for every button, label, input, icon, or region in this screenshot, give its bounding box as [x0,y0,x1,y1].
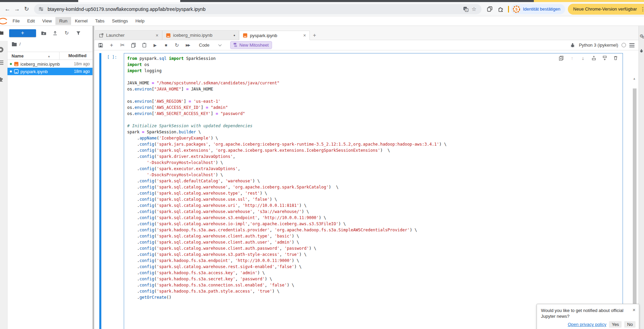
menu-tabs[interactable]: Tabs [91,17,108,25]
tab-label: Launcher [106,33,124,38]
activity-bar-background [0,41,7,329]
tab-label: pyspark.ipynb [250,33,277,38]
url-text[interactable]: btayeny-komldnd-up50179.snowflakecomputi… [48,6,462,12]
running-sessions-icon[interactable] [0,46,4,53]
new-launcher-button[interactable]: + [9,29,36,37]
forward-button[interactable]: → [12,4,22,14]
site-settings-icon[interactable] [37,5,45,13]
browser-menu-icon[interactable]: ⋮ [640,6,644,12]
bookmark-star-icon[interactable]: ☆ [470,5,478,13]
extensions-icon[interactable] [496,5,505,14]
notebook-file-icon [166,33,171,38]
tab-groups-icon[interactable] [485,5,494,14]
cut-cell-icon[interactable]: ✂ [119,42,125,48]
code-cell-editor[interactable]: from pyspark.sql import SparkSessionimpo… [124,53,623,329]
cell-collapser-bar[interactable] [99,53,101,329]
no-button[interactable]: No [624,321,635,328]
notebook-toolbar: + ✂ ▶ ■ ↻ ▶▶ Code New Mitosheet [94,40,639,50]
run-all-icon[interactable]: ▶▶ [185,42,191,48]
privacy-policy-link[interactable]: Open privacy policy [568,322,606,327]
yes-button[interactable]: Yes [609,321,622,328]
kernel-running-dot [10,70,12,72]
duplicate-cell-icon[interactable] [558,55,564,61]
refresh-icon[interactable]: ↻ [63,29,71,37]
copy-cell-icon[interactable] [130,42,136,48]
tab-close-icon[interactable]: × [303,33,306,38]
column-modified[interactable]: Modified [59,52,92,60]
insert-cell-below-icon[interactable] [602,55,608,61]
tab-iceberg-minio[interactable]: iceberg_minio.ipynb ● [162,30,239,40]
jupyter-main: + ↻ / Name ▲ Modified [0,26,644,329]
tab-close-icon[interactable]: × [156,33,158,38]
launcher-icon [99,33,104,38]
document-area: Launcher × iceberg_minio.ipynb ● pyspark… [94,26,639,329]
tab-label: iceberg_minio.ipynb [173,33,213,38]
notification-actions: Open privacy policy Yes No [568,321,635,328]
menu-file[interactable]: File [9,17,23,25]
property-inspector-icon[interactable]: ⚙⚙ [640,33,644,38]
move-cell-up-icon[interactable]: ↑ [569,55,575,61]
file-row-pyspark[interactable]: pyspark.ipynb 18m ago [7,68,92,75]
scrollbar-thumb[interactable] [633,88,637,329]
pinned-extension-divider [508,6,509,13]
cell-type-value: Code [199,43,209,48]
file-modified: 18m ago [74,69,92,74]
notebook-file-icon [14,62,19,66]
chrome-update-button[interactable]: Neue Chrome-Version verfügbar ⋮ [568,4,644,15]
debugger-tab-icon[interactable] [639,49,644,53]
move-cell-down-icon[interactable]: ↓ [580,55,586,61]
mitosheet-icon [234,43,237,47]
filter-icon[interactable] [74,29,82,37]
new-folder-icon[interactable] [39,29,48,37]
back-button[interactable]: ← [3,4,12,14]
notification-close-icon[interactable]: × [632,307,635,313]
file-browser-tab-icon[interactable] [0,29,4,36]
reload-button[interactable]: ↻ [22,4,31,14]
file-browser-panel: + ↻ / Name ▲ Modified [7,26,92,329]
column-name[interactable]: Name [7,53,23,59]
menu-run[interactable]: Run [55,17,71,25]
stop-kernel-icon[interactable]: ■ [163,42,169,48]
menu-help[interactable]: Help [132,17,148,25]
table-of-contents-icon[interactable] [0,59,4,66]
tab-pyspark[interactable]: pyspark.ipynb × [239,31,310,40]
file-row-iceberg-minio[interactable]: iceberg_minio.ipynb 18m ago [7,60,92,68]
paste-cell-icon[interactable] [141,42,147,48]
breadcrumb-root[interactable]: / [19,42,21,47]
restart-kernel-icon[interactable]: ↻ [174,42,180,48]
delete-cell-icon[interactable] [613,55,618,61]
identity-verify-button[interactable]: S Identität bestätigen [511,4,565,14]
new-mitosheet-label: New Mitosheet [239,43,269,48]
jupyter-logo [0,17,7,25]
menu-edit[interactable]: Edit [23,17,38,25]
add-cell-icon[interactable]: + [108,42,115,48]
run-cell-icon[interactable]: ▶ [152,42,158,48]
code-text[interactable]: from pyspark.sql import SparkSessionimpo… [127,55,619,300]
kernel-name[interactable]: Python 3 (ipykernel) [579,43,618,48]
menu-view[interactable]: View [38,17,55,25]
extension-manager-icon[interactable] [0,76,4,82]
upload-icon[interactable] [51,29,59,37]
right-sidebar: ⚙⚙ [639,26,644,329]
notebook-file-icon [14,69,19,74]
toolbar-menu-icon[interactable] [629,43,634,47]
new-tab-button[interactable]: + [310,31,319,40]
menu-settings[interactable]: Settings [108,17,132,25]
tab-launcher[interactable]: Launcher × [95,30,162,40]
save-icon[interactable] [98,42,104,48]
debugger-bug-icon[interactable] [570,43,575,48]
cell-type-dropdown[interactable]: Code [199,43,221,48]
insert-cell-above-icon[interactable] [591,55,597,61]
activity-bar [0,26,7,329]
kernel-indicator: Python 3 (ipykernel) [570,43,636,48]
new-mitosheet-button[interactable]: New Mitosheet [230,41,272,49]
folder-icon [12,42,17,47]
menu-kernel[interactable]: Kernel [71,17,91,25]
kernel-running-dot [10,63,12,65]
unsaved-changes-dot[interactable]: ● [234,34,235,37]
jupyter-menubar: File Edit View Run Kernel Tabs Settings … [0,16,644,26]
translate-icon[interactable]: aA [462,5,470,13]
scrollbar-up-arrow[interactable]: ▲ [633,77,636,80]
address-bar[interactable]: btayeny-komldnd-up50179.snowflakecomputi… [34,4,481,14]
breadcrumb[interactable]: / [12,42,21,47]
